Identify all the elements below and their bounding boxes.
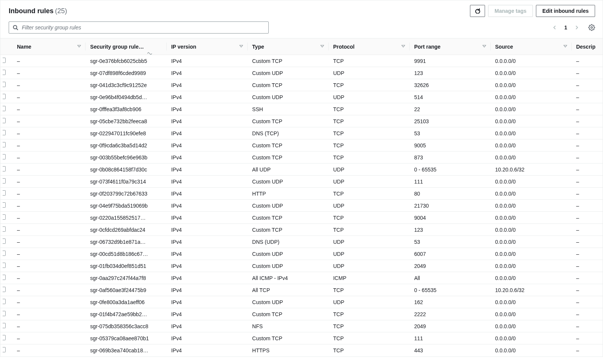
row-select-checkbox[interactable]: [0, 260, 12, 272]
cell-source: 0.0.0.0/0: [491, 188, 572, 200]
column-ip-version[interactable]: IP version: [167, 38, 248, 55]
table-row[interactable]: –sgr-022947011fc90efe8IPv4DNS (TCP)TCP53…: [0, 127, 603, 139]
cell-description: –: [572, 103, 603, 115]
cell-protocol: TCP: [329, 284, 410, 296]
cell-type: Custom TCP: [248, 308, 329, 320]
table-row[interactable]: –sgr-00cd51d8b186c67…IPv4Custom UDPUDP60…: [0, 248, 603, 260]
row-select-checkbox[interactable]: [0, 176, 12, 188]
cell-description: –: [572, 164, 603, 176]
cell-description: –: [572, 344, 603, 356]
table-row[interactable]: –sgr-069b3ea740cab18…IPv4HTTPSTCP4430.0.…: [0, 344, 603, 356]
row-select-checkbox[interactable]: [0, 296, 12, 308]
table-row[interactable]: –sgr-05cbe732bb2feeca8IPv4Custom TCPTCP2…: [0, 115, 603, 127]
prev-page-button[interactable]: [552, 25, 557, 30]
column-protocol[interactable]: Protocol: [329, 38, 410, 55]
cell-protocol: TCP: [329, 115, 410, 127]
row-select-checkbox[interactable]: [0, 188, 12, 200]
column-security-group-rule[interactable]: Security group rule…: [86, 38, 167, 55]
row-select-checkbox[interactable]: [0, 248, 12, 260]
row-select-checkbox[interactable]: [0, 115, 12, 127]
refresh-icon: [474, 8, 481, 15]
row-select-checkbox[interactable]: [0, 236, 12, 248]
row-select-checkbox[interactable]: [0, 79, 12, 91]
filter-icon[interactable]: [320, 44, 324, 50]
cell-name: –: [12, 188, 86, 200]
table-row[interactable]: –sgr-0e96b4f0494db5d…IPv4Custom UDPUDP51…: [0, 91, 603, 103]
table-row[interactable]: –sgr-05379ca08aee870b1IPv4Custom TCPTCP1…: [0, 332, 603, 344]
row-select-checkbox[interactable]: [0, 139, 12, 151]
row-select-checkbox[interactable]: [0, 308, 12, 320]
cell-ip-version: IPv4: [167, 332, 248, 344]
table-row[interactable]: –sgr-0af560ae3f24475b9IPv4All TCPTCP0 - …: [0, 284, 603, 296]
table-row[interactable]: –sgr-0fe800a3da1aeff06IPv4Custom UDPUDP1…: [0, 296, 603, 308]
column-port-range[interactable]: Port range: [410, 38, 491, 55]
column-type[interactable]: Type: [248, 38, 329, 55]
table-row[interactable]: –sgr-07df898f6cded9989IPv4Custom UDPUDP1…: [0, 67, 603, 79]
table-row[interactable]: –sgr-003b55befc96e963bIPv4Custom TCPTCP8…: [0, 151, 603, 164]
cell-type: DNS (UDP): [248, 236, 329, 248]
row-select-checkbox[interactable]: [0, 103, 12, 115]
row-select-checkbox[interactable]: [0, 212, 12, 224]
row-select-checkbox[interactable]: [0, 127, 12, 139]
filter-icon[interactable]: [563, 44, 567, 50]
table-row[interactable]: –sgr-041d3c3cf9c91252eIPv4Custom TCPTCP3…: [0, 79, 603, 91]
row-select-checkbox[interactable]: [0, 332, 12, 344]
table-header-row: Name Security group rule…: [0, 38, 603, 55]
edit-inbound-rules-button[interactable]: Edit inbound rules: [536, 5, 595, 17]
cell-ip-version: IPv4: [167, 139, 248, 151]
cell-type: HTTPS: [248, 344, 329, 356]
table-row[interactable]: –sgr-075db358356c3acc8IPv4NFSTCP20490.0.…: [0, 320, 603, 332]
cell-description: –: [572, 224, 603, 236]
row-select-checkbox[interactable]: [0, 55, 12, 67]
table-row[interactable]: –sgr-0b08c864158f7d30cIPv4All UDPUDP0 - …: [0, 164, 603, 176]
refresh-button[interactable]: [470, 5, 485, 17]
row-select-checkbox[interactable]: [0, 200, 12, 212]
cell-protocol: TCP: [329, 79, 410, 91]
cell-description: –: [572, 332, 603, 344]
table-row[interactable]: –sgr-01fb034d0ef851d51IPv4Custom UDPUDP2…: [0, 260, 603, 272]
cell-description: –: [572, 272, 603, 284]
table-row[interactable]: –sgr-0aa297c247f44a7f8IPv4All ICMP - IPv…: [0, 272, 603, 284]
filter-icon[interactable]: [77, 44, 81, 50]
row-select-checkbox[interactable]: [0, 151, 12, 164]
row-select-checkbox[interactable]: [0, 164, 12, 176]
column-description[interactable]: Descrip: [572, 38, 603, 55]
table-row[interactable]: –sgr-0f203799c72b67633IPv4HTTPTCP800.0.0…: [0, 188, 603, 200]
settings-button[interactable]: [588, 24, 595, 31]
row-select-checkbox[interactable]: [0, 284, 12, 296]
table-row[interactable]: –sgr-0f9cda6c3ba5d14d2IPv4Custom TCPTCP9…: [0, 139, 603, 151]
row-select-checkbox[interactable]: [0, 344, 12, 356]
filter-icon[interactable]: [482, 44, 486, 50]
table-row[interactable]: –sgr-0fffea3f3af8cb906IPv4SSHTCP220.0.0.…: [0, 103, 603, 115]
rules-table-wrap: Name Security group rule…: [0, 38, 603, 356]
filter-icon[interactable]: [239, 44, 243, 50]
row-select-checkbox[interactable]: [0, 272, 12, 284]
next-page-button[interactable]: [574, 25, 579, 30]
row-select-checkbox[interactable]: [0, 320, 12, 332]
filter-icon[interactable]: [401, 44, 405, 50]
column-name[interactable]: Name: [12, 38, 86, 55]
column-source[interactable]: Source: [491, 38, 572, 55]
cell-protocol: TCP: [329, 151, 410, 164]
row-select-checkbox[interactable]: [0, 67, 12, 79]
row-select-checkbox[interactable]: [0, 224, 12, 236]
cell-name: –: [12, 332, 86, 344]
filter-input[interactable]: [9, 21, 269, 34]
table-row[interactable]: –sgr-04e9f75bda519069bIPv4Custom UDPUDP2…: [0, 200, 603, 212]
row-select-checkbox[interactable]: [0, 91, 12, 103]
table-row[interactable]: –sgr-01f4b472ae59bb2…IPv4Custom TCPTCP22…: [0, 308, 603, 320]
table-row[interactable]: –sgr-0220a155852517…IPv4Custom TCPTCP900…: [0, 212, 603, 224]
cell-ip-version: IPv4: [167, 224, 248, 236]
cell-security-group-rule: sgr-0fffea3f3af8cb906: [86, 103, 167, 115]
table-row[interactable]: –sgr-073f4611f0a79c314IPv4Custom UDPUDP1…: [0, 176, 603, 188]
cell-port-range: 111: [410, 176, 491, 188]
table-row[interactable]: –sgr-0e376bfcb6025cbb5IPv4Custom TCPTCP9…: [0, 55, 603, 67]
cell-name: –: [12, 79, 86, 91]
table-row[interactable]: –sgr-06732d9b1e871a…IPv4DNS (UDP)UDP530.…: [0, 236, 603, 248]
svg-line-1: [17, 29, 18, 30]
cell-name: –: [12, 212, 86, 224]
table-row[interactable]: –sgr-0cfdcd269abfdac24IPv4Custom TCPTCP1…: [0, 224, 603, 236]
cell-name: –: [12, 260, 86, 272]
cell-description: –: [572, 91, 603, 103]
cell-port-range: 443: [410, 344, 491, 356]
